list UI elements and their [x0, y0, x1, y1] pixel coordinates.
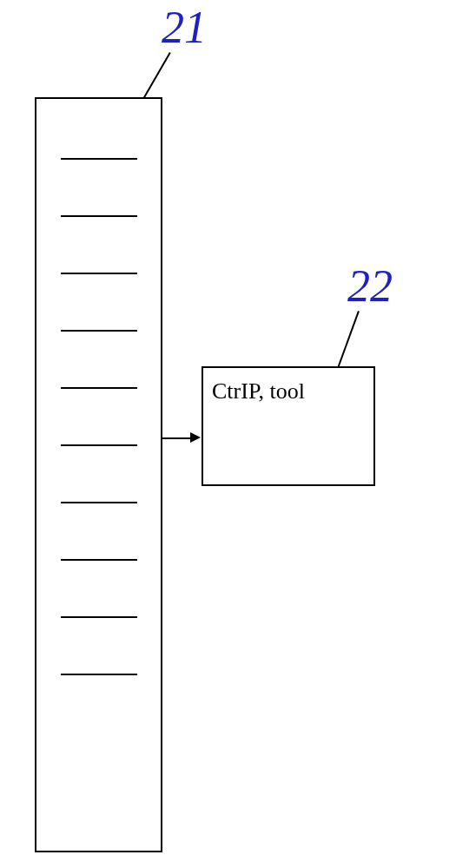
tool-box-text: CtrIP, tool — [212, 378, 305, 404]
slot-line — [61, 330, 137, 332]
tool-box: CtrIP, tool — [202, 366, 375, 486]
slot-line — [61, 444, 137, 446]
slot-line — [61, 674, 137, 675]
slot-line — [61, 502, 137, 503]
diagram-canvas: 21 22 CtrIP, tool — [0, 0, 456, 868]
label-22: 22 — [347, 260, 393, 312]
slot-line — [61, 387, 137, 389]
slot-line — [61, 215, 137, 217]
slot-line — [61, 559, 137, 561]
arrow-shaft — [162, 437, 192, 439]
slot-line — [61, 616, 137, 618]
label-21: 21 — [162, 2, 207, 53]
slot-line — [61, 158, 137, 160]
slot-line — [61, 273, 137, 274]
slot-column — [35, 97, 162, 852]
arrow-head — [190, 432, 201, 443]
